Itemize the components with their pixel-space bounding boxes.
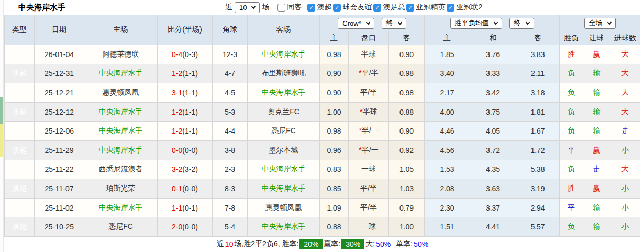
- col-header-corners: 角球: [213, 15, 248, 45]
- score: 1-2(1-1): [158, 102, 213, 122]
- win-odds-label: 赢率:: [324, 239, 340, 249]
- league-filter-澳超[interactable]: ✓澳超: [307, 3, 331, 12]
- checkbox-icon[interactable]: ✓: [307, 4, 315, 12]
- match-result: 负: [560, 64, 583, 83]
- half-time-score: (0-1): [182, 204, 198, 212]
- big-label: 大:: [365, 239, 375, 249]
- asian-stage-select[interactable]: 终: [382, 18, 406, 29]
- match-row: 澳超25-12-12中央海岸水手1-2(1-1)5-3奥克兰FC1.00*半球0…: [5, 102, 640, 122]
- asian-odds-home: 0.98: [320, 45, 349, 64]
- full-time-score: 0-0: [172, 146, 182, 155]
- team-title: 中央海岸水手: [18, 3, 65, 13]
- score: 3-2(3-2): [158, 160, 213, 179]
- full-time-score: 0-4: [172, 50, 182, 59]
- checkbox-icon[interactable]: ✓: [373, 4, 381, 12]
- half-time-score: (0-3): [182, 50, 198, 59]
- handicap-change-star: *: [359, 126, 361, 135]
- handicap-result: 输: [583, 217, 610, 237]
- handicap: *半球: [349, 102, 389, 122]
- subheader-avg-lose: 客: [516, 31, 560, 45]
- score: 0-4(0-3): [158, 45, 213, 64]
- avg-win: 4.46: [425, 122, 470, 141]
- team-matches-panel: 中央海岸水手 近 10 场 同客 ✓澳超✓球会友谊✓澳足总✓亚冠精英✓亚冠联2 …: [4, 0, 641, 251]
- checkbox-icon[interactable]: ✓: [406, 4, 414, 12]
- asian-odds-away: 0.90: [389, 45, 425, 64]
- full-time-score: 3-1: [172, 89, 182, 97]
- single-rate: 50%: [414, 240, 428, 248]
- match-date: 25-11-02: [35, 198, 84, 217]
- top-bar: 中央海岸水手 近 10 场 同客 ✓澳超✓球会友谊✓澳足总✓亚冠精英✓亚冠联2: [4, 0, 641, 15]
- league-filter-label: 澳超: [317, 3, 331, 12]
- europe-odds-value: 胜平负均值: [455, 18, 489, 28]
- league-filter-澳足总[interactable]: ✓澳足总: [373, 3, 405, 12]
- away-team: 奥克兰FC: [248, 102, 320, 122]
- avg-draw: 3.63: [470, 179, 516, 199]
- corner-score: 5-3: [213, 102, 248, 122]
- handicap: *平/半: [349, 64, 389, 83]
- away-team: 悉尼FC: [248, 122, 320, 141]
- same-away-checkbox[interactable]: 同客: [277, 3, 302, 12]
- subheader-asian-away: 客: [389, 31, 425, 45]
- handicap: *半/一: [349, 140, 389, 160]
- win-rate-badge: 20%: [299, 239, 323, 249]
- handicap-change-star: *: [360, 107, 362, 116]
- score: 1-2(1-1): [158, 64, 213, 83]
- handicap-change-star: *: [359, 69, 361, 77]
- avg-win: 2.08: [425, 179, 470, 199]
- league-filter-label: 澳足总: [383, 3, 405, 12]
- avg-lose: 2.11: [516, 64, 560, 83]
- away-team: 惠灵顿凤凰: [248, 198, 320, 217]
- match-result: 负: [560, 217, 583, 237]
- avg-draw: 3.42: [470, 83, 516, 103]
- league-filter-亚冠精英[interactable]: ✓亚冠精英: [406, 3, 445, 12]
- matches-table: 类型 日期 主场 比分(半场) 角球 客场 Crow* 终: [4, 15, 640, 237]
- checkbox-icon[interactable]: ✓: [333, 4, 341, 12]
- goals-result: 小: [610, 198, 640, 217]
- strip-yellow-segment: [0, 124, 3, 157]
- asian-odds-away: 0.88: [389, 102, 425, 122]
- full-time-score: 3-2: [172, 165, 182, 173]
- half-time-score: (0-0): [182, 146, 198, 155]
- corner-score: 3-8: [213, 140, 248, 160]
- corner-score: 8-3: [213, 179, 248, 199]
- corner-score: 12-3: [213, 45, 248, 64]
- subheader-asian-home: 主: [320, 31, 349, 45]
- summary-record: 场,胜2平2负6, 胜率:: [234, 239, 298, 249]
- asian-odds-away: 0.92: [389, 140, 425, 160]
- left-edge-strip: [0, 0, 4, 252]
- league-filter-亚冠联2[interactable]: ✓亚冠联2: [447, 3, 482, 12]
- europe-odds-select[interactable]: 胜平负均值: [450, 18, 502, 29]
- half-time-score: (1-1): [182, 89, 198, 97]
- subheader-avg-win: 主: [425, 31, 470, 45]
- handicap-result: 走: [583, 160, 610, 179]
- recent-count-select[interactable]: 10: [235, 2, 260, 13]
- goals-result: 小: [610, 179, 640, 199]
- scope-select[interactable]: 全场: [584, 18, 616, 29]
- avg-lose: 3.18: [516, 83, 560, 103]
- full-time-score: 2-0: [172, 223, 182, 231]
- league-badge: 澳超: [5, 122, 35, 141]
- away-team: 中央海岸水手: [248, 217, 320, 237]
- corner-score: 5-4: [213, 217, 248, 237]
- away-team: 墨尔本城: [248, 140, 320, 160]
- match-row: 澳超25-11-29中央海岸水手0-0(0-0)3-8墨尔本城0.96*半/一0…: [5, 140, 640, 160]
- handicap-result: 输: [583, 64, 610, 83]
- league-badge: 澳超: [5, 45, 35, 64]
- europe-stage-select[interactable]: 终: [509, 18, 534, 29]
- home-team: 中央海岸水手: [84, 122, 158, 141]
- asian-odds-home: 0.83: [320, 160, 349, 179]
- asian-odds-home: 0.96: [320, 140, 349, 160]
- league-filter-球会友谊[interactable]: ✓球会友谊: [333, 3, 372, 12]
- half-time-score: (1-1): [182, 69, 198, 78]
- checkbox-icon[interactable]: ✓: [447, 4, 454, 12]
- asian-odds-home: 0.85: [320, 179, 349, 199]
- checkbox-icon[interactable]: [277, 4, 285, 12]
- handicap-result: 输: [583, 122, 610, 141]
- asian-odds-home: 1.00: [320, 102, 349, 122]
- bookmaker-select[interactable]: Crow*: [338, 18, 374, 29]
- asian-odds-away: 0.98: [389, 83, 425, 103]
- goals-result: 大: [610, 83, 640, 103]
- handicap-result: 输: [583, 198, 610, 217]
- goals-result: 大: [610, 45, 640, 64]
- full-time-score: 1-2: [172, 69, 182, 78]
